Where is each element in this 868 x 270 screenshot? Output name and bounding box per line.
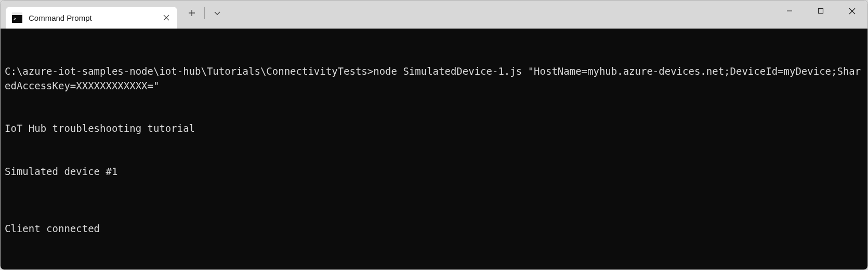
window-controls <box>774 1 867 29</box>
tab-title: Command Prompt <box>29 14 161 22</box>
terminal-line: IoT Hub troubleshooting tutorial <box>5 122 863 136</box>
cmd-icon: >_ <box>12 12 22 23</box>
divider <box>204 7 205 19</box>
close-icon <box>163 15 169 21</box>
window-close-button[interactable] <box>836 1 867 21</box>
maximize-icon <box>818 8 824 14</box>
terminal-body[interactable]: C:\azure-iot-samples-node\iot-hub\Tutori… <box>1 29 867 269</box>
terminal-line: Client connected <box>5 222 863 236</box>
minimize-button[interactable] <box>774 1 805 21</box>
new-tab-button[interactable] <box>182 4 201 22</box>
terminal-line: Simulated device #1 <box>5 165 863 179</box>
tab-command-prompt[interactable]: >_ Command Prompt <box>6 7 177 29</box>
tab-close-button[interactable] <box>161 12 172 23</box>
chevron-down-icon <box>214 9 221 17</box>
terminal-window: >_ Command Prompt <box>0 0 868 270</box>
tab-actions <box>177 1 227 29</box>
close-icon <box>849 8 856 15</box>
plus-icon <box>188 9 195 17</box>
minimize-icon <box>786 8 793 14</box>
svg-rect-1 <box>12 12 22 15</box>
maximize-button[interactable] <box>805 1 836 21</box>
tab-dropdown-button[interactable] <box>208 4 227 22</box>
titlebar[interactable]: >_ Command Prompt <box>1 1 867 29</box>
svg-rect-8 <box>819 9 823 14</box>
terminal-line: C:\azure-iot-samples-node\iot-hub\Tutori… <box>5 64 863 93</box>
tabs-area: >_ Command Prompt <box>1 1 177 29</box>
svg-text:>_: >_ <box>14 16 19 21</box>
